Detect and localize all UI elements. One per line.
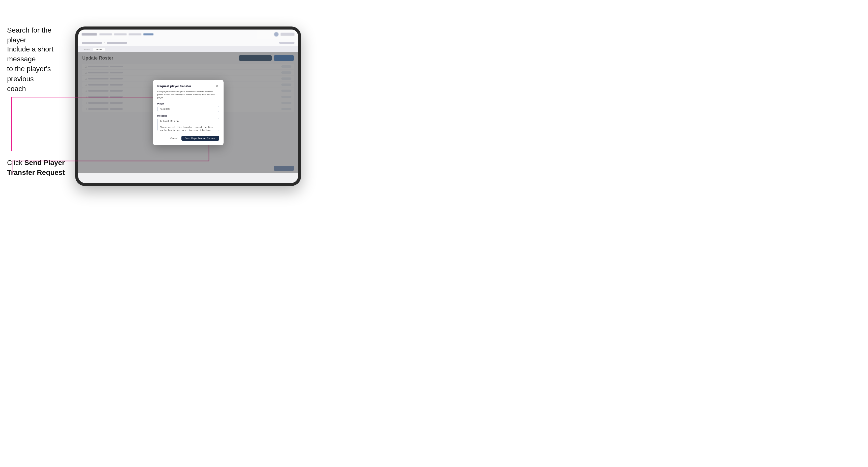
tab-1[interactable]: Roster — [82, 48, 93, 51]
send-transfer-request-button[interactable]: Send Player Transfer Request — [181, 136, 219, 141]
annotation-click: Click Send Player Transfer Request — [7, 158, 73, 177]
tablet-screen: › Roster Roster Update Roster — [78, 30, 298, 183]
player-field-label: Player — [157, 102, 219, 105]
tablet-device: › Roster Roster Update Roster — [75, 27, 301, 186]
app-header — [78, 30, 298, 39]
annotation-message: Include a short message to the player's … — [7, 44, 73, 94]
header-right — [274, 32, 294, 37]
modal-close-button[interactable]: ✕ — [215, 84, 219, 88]
request-transfer-modal: Request player transfer ✕ If the player … — [153, 80, 223, 145]
modal-header: Request player transfer ✕ — [157, 84, 219, 88]
player-input[interactable] — [157, 106, 219, 112]
sub-header: › — [78, 39, 298, 46]
annotation-search: Search for the player. — [7, 25, 73, 45]
nav-item-2 — [114, 33, 127, 35]
sub-header-right — [279, 42, 294, 44]
breadcrumb-separator: › — [104, 41, 105, 44]
message-textarea[interactable]: Hi Coach McHarg, Please accept this tran… — [157, 118, 219, 131]
tab-2[interactable]: Roster — [93, 48, 105, 51]
nav-item-1 — [99, 33, 112, 35]
nav-item-3 — [129, 33, 141, 35]
modal-overlay: Request player transfer ✕ If the player … — [78, 52, 298, 173]
header-action-btn — [281, 33, 294, 36]
modal-actions: Cancel Send Player Transfer Request — [157, 136, 219, 141]
cancel-button[interactable]: Cancel — [168, 136, 179, 141]
modal-description: If the player is transferring from anoth… — [157, 90, 219, 99]
tab-bar: Roster Roster — [78, 46, 298, 52]
avatar — [274, 32, 279, 37]
app-logo — [82, 33, 97, 36]
message-field-label: Message — [157, 115, 219, 117]
nav-item-active — [143, 33, 153, 35]
modal-title: Request player transfer — [157, 85, 191, 88]
breadcrumb-1 — [82, 42, 102, 44]
breadcrumb-2 — [107, 42, 127, 44]
nav-items — [99, 33, 272, 35]
